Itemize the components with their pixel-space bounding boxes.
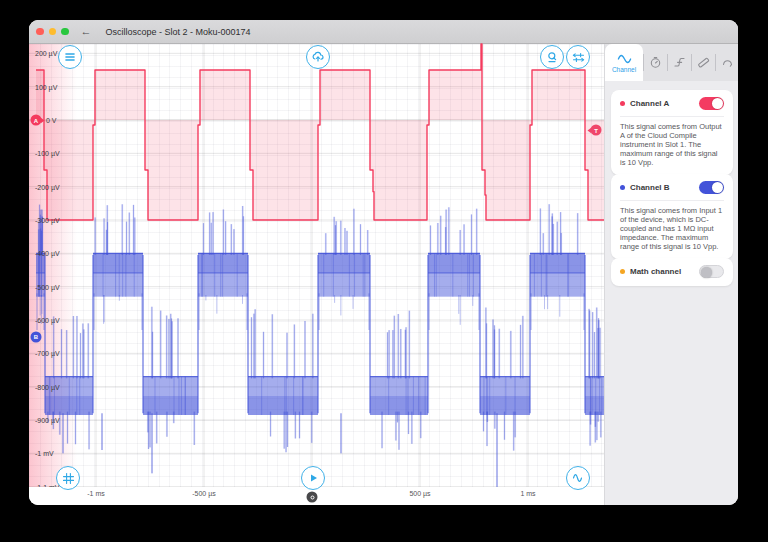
y-axis-label: -500 µV [35, 283, 60, 290]
y-axis-label: -700 µV [35, 350, 60, 357]
cloud-upload-button[interactable] [306, 45, 330, 69]
channel-b-description: This signal comes from Input 1 of the de… [620, 200, 724, 251]
y-axis-label: 200 µV [35, 50, 57, 57]
oscilloscope-window: ← Oscilloscope - Slot 2 - Moku-000174 20… [29, 20, 738, 505]
channel-b-toggle[interactable] [699, 181, 724, 194]
close-window-button[interactable] [36, 28, 44, 36]
grid-crosshair-icon [62, 472, 75, 485]
math-title: Math channel [630, 267, 699, 276]
probe-icon [721, 56, 734, 69]
tab-probe[interactable] [715, 44, 738, 81]
sliders-icon [572, 51, 585, 64]
source-waveform-button[interactable] [566, 466, 590, 490]
card-math: Math channel [611, 258, 733, 286]
channel-a-axis-marker[interactable]: A [31, 115, 42, 126]
sine-wave-icon [571, 471, 585, 485]
channel-a-title: Channel A [630, 99, 699, 108]
y-axis-label: -900 µV [35, 417, 60, 424]
magnifier-icon [546, 51, 559, 64]
sine-icon [617, 53, 632, 65]
y-axis-label: -800 µV [35, 383, 60, 390]
trigger-level-marker[interactable]: T [591, 125, 602, 136]
x-axis-label: 500 µs [409, 490, 430, 497]
y-axis-label: 100 µV [35, 83, 57, 90]
zoom-window-button[interactable] [61, 28, 69, 36]
minimize-window-button[interactable] [49, 28, 57, 36]
channel-b-color-dot [620, 185, 625, 190]
back-arrow-icon[interactable]: ← [81, 26, 92, 37]
hamburger-icon [64, 51, 76, 63]
math-color-dot [620, 269, 625, 274]
y-axis-label: 0 V [46, 117, 57, 124]
y-axis-label: -300 µV [35, 217, 60, 224]
scope-plot-area[interactable]: 200 µV100 µV0 V-100 µV-200 µV-300 µV-400… [29, 44, 604, 487]
screen-background: ← Oscilloscope - Slot 2 - Moku-000174 20… [0, 0, 768, 542]
tab-channel-label: Channel [612, 66, 636, 73]
card-channel-b: Channel BThis signal comes from Input 1 … [611, 174, 733, 259]
channel-cards: Channel AThis signal comes from Output A… [605, 81, 738, 505]
tab-function[interactable] [667, 44, 691, 81]
stopwatch-icon [649, 56, 662, 69]
channel-a-toggle[interactable] [699, 97, 724, 110]
trigger-time-marker[interactable] [307, 492, 318, 503]
play-icon [307, 472, 319, 484]
tab-trigger[interactable] [643, 44, 667, 81]
channel-a-description: This signal comes from Output A of the C… [620, 116, 724, 167]
tab-channel[interactable]: Channel [605, 44, 643, 81]
window-controls [36, 28, 69, 36]
cloud-upload-icon [311, 50, 325, 64]
acquisition-settings-button[interactable] [566, 45, 590, 69]
y-axis-label: -600 µV [35, 317, 60, 324]
x-axis-label: -500 µs [192, 490, 216, 497]
tab-measure[interactable] [691, 44, 715, 81]
control-sidebar: Channel [604, 44, 738, 505]
math-toggle[interactable] [699, 265, 724, 278]
waveform-canvas [29, 44, 604, 487]
pan-zoom-reset-button[interactable] [56, 466, 80, 490]
channel-b-title: Channel B [630, 183, 699, 192]
card-channel-a: Channel AThis signal comes from Output A… [611, 90, 733, 175]
ruler-icon [697, 56, 710, 69]
run-pause-button[interactable] [301, 466, 325, 490]
y-axis-label: -200 µV [35, 183, 60, 190]
y-axis-label: -100 µV [35, 150, 60, 157]
y-axis-label: -1 mV [35, 450, 54, 457]
zoom-tool-button[interactable] [540, 45, 564, 69]
x-axis-label: 1 ms [520, 490, 535, 497]
channel-b-axis-marker[interactable]: B [31, 331, 42, 342]
main-menu-button[interactable] [58, 45, 82, 69]
window-title: Oscilloscope - Slot 2 - Moku-000174 [106, 27, 251, 37]
sidebar-tab-bar: Channel [605, 44, 738, 81]
x-axis-label: -1 ms [87, 490, 105, 497]
title-bar: ← Oscilloscope - Slot 2 - Moku-000174 [29, 20, 738, 44]
function-icon [673, 56, 686, 69]
y-axis-label: -400 µV [35, 250, 60, 257]
channel-a-color-dot [620, 101, 625, 106]
